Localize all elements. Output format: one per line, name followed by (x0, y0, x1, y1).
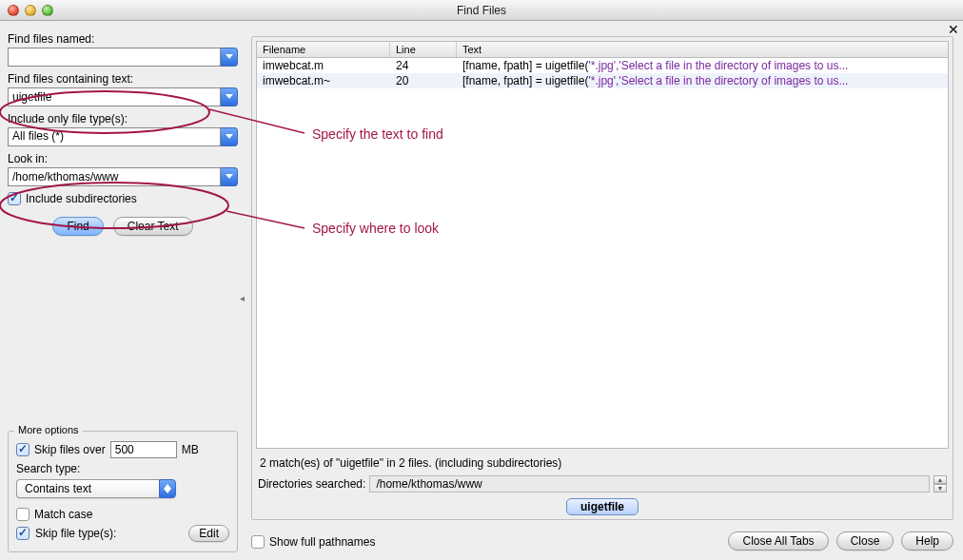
find-files-window: Find Files Find files named: Find files … (0, 0, 963, 560)
svg-marker-3 (226, 174, 233, 179)
find-containing-label: Find files containing text: (8, 72, 238, 86)
history-stepper[interactable]: ▲ ▼ (934, 475, 947, 492)
close-all-tabs-button[interactable]: Close All Tabs (728, 531, 828, 550)
find-button[interactable]: Find (52, 217, 103, 236)
file-type-value: All files (*) (8, 127, 221, 146)
close-button[interactable]: Close (836, 531, 894, 550)
file-type-label: Include only file type(s): (8, 112, 238, 126)
splitter-handle[interactable]: ◂ (238, 297, 246, 325)
result-tabs: uigetfile (256, 496, 949, 515)
more-options-group: More options Skip files over MB Search t… (8, 431, 238, 552)
include-subdirs-row[interactable]: Include subdirectories (8, 192, 238, 205)
col-text[interactable]: Text (457, 42, 948, 57)
find-named-input[interactable] (8, 48, 221, 67)
skip-size-unit: MB (182, 443, 199, 456)
chevron-up-icon[interactable]: ▲ (934, 475, 947, 484)
skip-size-row: Skip files over MB (16, 441, 229, 458)
updown-icon[interactable] (159, 479, 176, 498)
close-icon[interactable]: ✕ (948, 23, 959, 36)
minimize-window-icon[interactable] (25, 5, 36, 16)
bottom-bar: Show full pathnames Close All Tabs Close… (246, 524, 963, 560)
skip-types-label: Skip file type(s): (35, 527, 116, 540)
more-options-legend: More options (14, 424, 83, 435)
chevron-down-icon[interactable] (221, 87, 238, 106)
cell-filename: imwebcat.m (257, 58, 390, 73)
window-title: Find Files (0, 4, 963, 17)
find-containing-input[interactable] (8, 87, 221, 106)
skip-types-checkbox[interactable] (16, 527, 29, 540)
col-filename[interactable]: Filename (257, 42, 390, 57)
cell-text: [fname, fpath] = uigetfile('*.jpg','Sele… (457, 58, 948, 73)
zoom-window-icon[interactable] (42, 5, 53, 16)
skip-size-input[interactable] (110, 441, 177, 458)
cell-line: 20 (390, 73, 457, 88)
results-body: imwebcat.m24[fname, fpath] = uigetfile('… (257, 58, 948, 88)
chevron-down-icon[interactable] (221, 48, 238, 67)
search-type-label: Search type: (16, 462, 229, 475)
results-header: Filename Line Text (257, 42, 948, 58)
look-in-input[interactable] (8, 167, 221, 186)
table-row[interactable]: imwebcat.m24[fname, fpath] = uigetfile('… (257, 58, 948, 73)
match-summary: 2 match(es) of "uigetfile" in 2 files. (… (256, 449, 949, 475)
look-in-label: Look in: (8, 152, 238, 165)
cell-line: 24 (390, 58, 457, 73)
svg-marker-1 (226, 94, 233, 99)
search-type-select[interactable]: Contains text (16, 479, 176, 498)
directories-searched-value: /home/kthomas/www (369, 475, 930, 492)
close-window-icon[interactable] (8, 5, 19, 16)
find-named-combo[interactable] (8, 48, 238, 67)
cell-filename: imwebcat.m~ (257, 73, 390, 88)
tab-uigetfile[interactable]: uigetfile (566, 498, 639, 515)
match-case-row[interactable]: Match case (16, 508, 229, 521)
chevron-down-icon[interactable] (221, 127, 238, 146)
results-box: Filename Line Text imwebcat.m24[fname, f… (251, 36, 953, 520)
edit-skip-types-button[interactable]: Edit (188, 525, 229, 542)
table-row[interactable]: imwebcat.m~20[fname, fpath] = uigetfile(… (257, 73, 948, 88)
results-pane: ✕ Filename Line Text imwebcat.m24[fname,… (246, 21, 963, 560)
clear-text-button[interactable]: Clear Text (113, 217, 193, 236)
svg-marker-5 (164, 489, 171, 493)
find-containing-combo[interactable] (8, 87, 238, 106)
results-table: Filename Line Text imwebcat.m24[fname, f… (256, 41, 949, 449)
titlebar: Find Files (0, 0, 963, 21)
file-type-combo[interactable]: All files (*) (8, 127, 238, 146)
include-subdirs-checkbox[interactable] (8, 192, 21, 205)
show-full-paths-label: Show full pathnames (269, 535, 375, 549)
show-full-paths-checkbox[interactable] (251, 535, 265, 549)
directories-searched-row: Directories searched: /home/kthomas/www … (256, 475, 949, 496)
chevron-down-icon[interactable]: ▼ (934, 484, 947, 492)
col-line[interactable]: Line (390, 42, 457, 57)
skip-size-label: Skip files over (34, 443, 106, 456)
match-case-checkbox[interactable] (16, 508, 29, 521)
svg-marker-0 (226, 54, 233, 59)
search-type-value: Contains text (16, 479, 159, 498)
search-criteria-pane: Find files named: Find files containing … (0, 21, 246, 560)
skip-size-checkbox[interactable] (16, 443, 29, 456)
include-subdirs-label: Include subdirectories (26, 192, 137, 205)
show-full-paths-row[interactable]: Show full pathnames (251, 535, 375, 549)
match-case-label: Match case (34, 508, 92, 521)
cell-text: [fname, fpath] = uigetfile('*.jpg','Sele… (457, 73, 948, 88)
look-in-combo[interactable] (8, 167, 238, 186)
svg-marker-2 (226, 134, 233, 139)
window-controls (0, 5, 53, 16)
directories-searched-label: Directories searched: (258, 477, 365, 491)
skip-types-row: Skip file type(s): Edit (16, 525, 229, 542)
chevron-down-icon[interactable] (221, 167, 238, 186)
help-button[interactable]: Help (901, 531, 953, 550)
find-named-label: Find files named: (8, 32, 238, 46)
